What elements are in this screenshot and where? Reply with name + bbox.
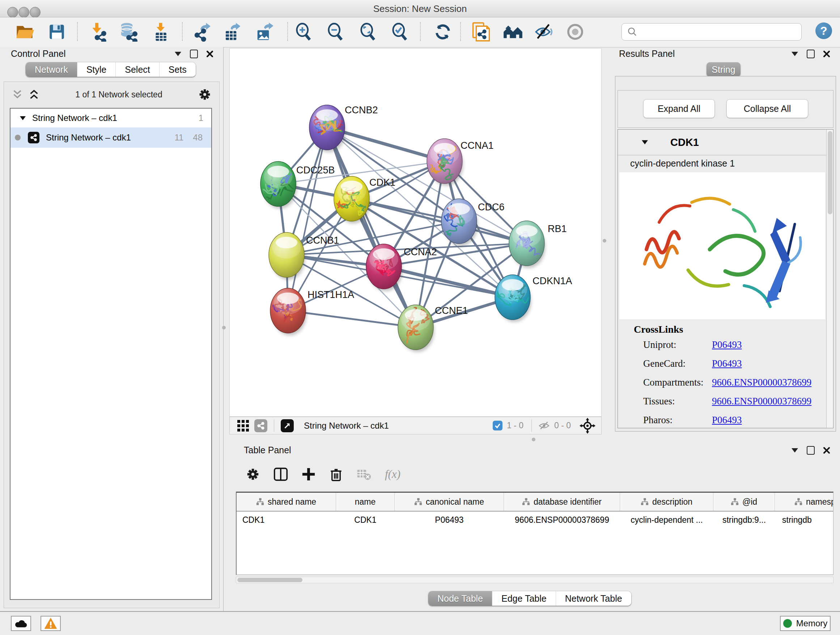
table-cell[interactable]: 9606.ENSP00000378699	[504, 515, 620, 525]
crosslink-link[interactable]: 9606.ENSP00000378699	[712, 377, 812, 388]
table-cell[interactable]: P06493	[395, 515, 504, 525]
tab-network[interactable]: Network	[26, 62, 77, 77]
panel-menu-icon[interactable]	[791, 52, 798, 56]
column-header-@id[interactable]: @id	[714, 493, 775, 511]
network-node-RB1[interactable]: RB1	[509, 221, 567, 268]
crosslink-row: Tissues:9606.ENSP00000378699	[618, 392, 825, 410]
network-node-CDK1[interactable]: CDK1	[332, 176, 395, 223]
search-input[interactable]	[641, 27, 801, 37]
expand-all-button[interactable]: Expand All	[643, 99, 715, 118]
copy-network-button[interactable]	[471, 21, 492, 42]
network-node-CCNA1[interactable]: CCNA1	[427, 139, 494, 186]
crosslink-link[interactable]: P06493	[712, 339, 742, 350]
network-badge-icon[interactable]	[254, 419, 267, 432]
show-labels-button[interactable]	[565, 21, 586, 42]
tab-edge-table[interactable]: Edge Table	[492, 591, 556, 606]
zoom-fit-button[interactable]	[357, 21, 378, 42]
zoom-selected-button[interactable]	[389, 21, 410, 42]
show-columns-icon[interactable]	[273, 467, 288, 481]
panel-menu-icon[interactable]	[175, 52, 181, 56]
export-network-button[interactable]	[191, 21, 212, 42]
open-session-button[interactable]	[14, 21, 35, 42]
column-header-canonical-name[interactable]: canonical name	[395, 493, 504, 511]
column-header-namespace[interactable]: namespace	[775, 493, 834, 511]
selected-checkbox[interactable]	[493, 421, 502, 431]
horizontal-splitter-handle[interactable]	[532, 438, 535, 441]
help-button[interactable]: ?	[815, 22, 832, 39]
network-canvas[interactable]: CCNB2CCNA1CDC25BCDK1CDC6RB1CCNB1CCNA2CDK…	[229, 48, 602, 417]
warnings-button[interactable]	[41, 616, 61, 631]
table-options-gear-icon[interactable]	[246, 467, 260, 481]
column-header-database-identifier[interactable]: database identifier	[504, 493, 620, 511]
column-header-description[interactable]: description	[620, 493, 714, 511]
import-table-button[interactable]	[150, 21, 171, 42]
tab-select[interactable]: Select	[115, 62, 159, 77]
export-table-button[interactable]	[222, 21, 243, 42]
expand-all-networks-icon[interactable]	[28, 90, 39, 99]
crosslink-link[interactable]: P06493	[712, 358, 742, 369]
network-node-CDC25B[interactable]: CDC25B	[261, 162, 335, 209]
table-cell[interactable]: CDK1	[237, 515, 336, 525]
table-cell[interactable]: stringdb:9...	[714, 515, 775, 525]
hide-labels-button[interactable]	[534, 21, 554, 42]
crosslink-link[interactable]: P06493	[712, 415, 742, 426]
import-network-from-database-button[interactable]	[118, 21, 139, 42]
memory-button[interactable]: Memory	[780, 616, 831, 631]
zoom-in-button[interactable]	[293, 21, 314, 42]
table-horizontal-scrollbar[interactable]	[236, 577, 834, 583]
import-network-button[interactable]	[88, 21, 109, 42]
table-cell[interactable]: stringdb	[775, 515, 834, 525]
tab-network-table[interactable]: Network Table	[556, 591, 631, 606]
tree-expander-icon[interactable]	[20, 116, 26, 120]
gene-section-header[interactable]: CDK1	[618, 130, 833, 155]
network-collection-row[interactable]: String Network – cdk1 1	[11, 109, 211, 127]
tab-string[interactable]: String	[706, 62, 741, 77]
panel-float-icon[interactable]	[190, 50, 198, 58]
results-scrollbar-thumb[interactable]	[828, 131, 832, 214]
home-button[interactable]	[502, 21, 523, 42]
collapse-all-networks-icon[interactable]	[12, 90, 23, 99]
table-row[interactable]: CDK1CDK1P064939606.ENSP00000378699cyclin…	[237, 511, 833, 528]
tab-node-table[interactable]: Node Table	[428, 591, 492, 606]
grid-view-icon[interactable]	[237, 420, 249, 432]
export-image-button[interactable]	[254, 21, 275, 42]
panel-close-icon[interactable]	[823, 447, 830, 454]
column-header-shared-name[interactable]: shared name	[237, 493, 336, 511]
network-node-HIST1H1A[interactable]: HIST1H1A	[264, 287, 354, 335]
network-edge-CCNB2-HIST1H1A[interactable]	[288, 127, 327, 310]
section-expander-icon[interactable]	[642, 140, 648, 144]
tab-style[interactable]: Style	[77, 62, 116, 77]
table-cell[interactable]: CDK1	[336, 515, 395, 525]
table-scrollbar-thumb[interactable]	[237, 578, 302, 582]
apply-layout-button[interactable]	[432, 21, 453, 42]
birdseye-navigator-icon[interactable]	[579, 418, 595, 434]
network-node-CCNB2[interactable]: CCNB2	[309, 105, 378, 152]
panel-menu-icon[interactable]	[791, 448, 798, 453]
crosslink-link[interactable]: 9606.ENSP00000378699	[712, 396, 812, 407]
column-header-name[interactable]: name	[336, 493, 395, 511]
collapse-all-button[interactable]: Collapse All	[726, 99, 808, 118]
network-options-gear-icon[interactable]	[198, 88, 211, 101]
open-in-window-icon[interactable]	[281, 419, 294, 432]
panel-close-icon[interactable]	[207, 51, 213, 57]
cloud-status-button[interactable]	[11, 616, 31, 631]
panel-float-icon[interactable]	[807, 446, 815, 455]
right-splitter-handle[interactable]	[603, 239, 606, 242]
left-splitter-handle[interactable]	[222, 326, 226, 329]
network-graph[interactable]: CCNB2CCNA1CDC25BCDK1CDC6RB1CCNB1CCNA2CDK…	[230, 49, 601, 416]
panel-float-icon[interactable]	[807, 50, 815, 58]
add-column-icon[interactable]	[302, 467, 316, 481]
network-row-selected[interactable]: String Network – cdk1 11 48	[11, 127, 211, 148]
results-scrollbar[interactable]	[826, 130, 833, 428]
search-box	[622, 23, 802, 41]
network-edge-HIST1H1A-CCNE1[interactable]	[288, 310, 416, 327]
network-node-CCNE1[interactable]: CCNE1	[398, 305, 468, 352]
network-node-CDKN1A[interactable]: CDKN1A	[495, 275, 572, 322]
panel-close-icon[interactable]	[823, 51, 830, 57]
table-cell[interactable]: cyclin-dependent ...	[620, 515, 714, 525]
zoom-out-button[interactable]	[325, 21, 346, 42]
save-session-button[interactable]	[46, 21, 67, 42]
delete-column-icon[interactable]	[329, 467, 343, 481]
network-node-CDC6[interactable]: CDC6	[439, 199, 505, 246]
tab-sets[interactable]: Sets	[159, 62, 196, 77]
